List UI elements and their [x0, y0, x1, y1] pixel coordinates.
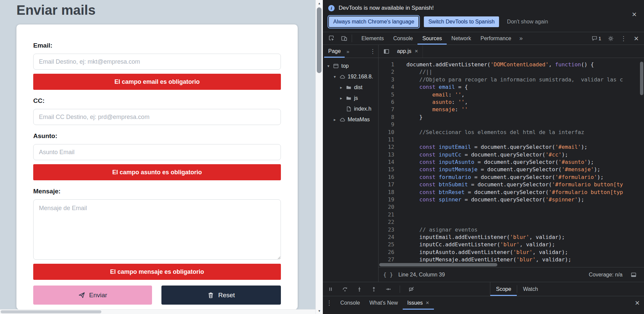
line-number[interactable]: 22: [379, 218, 394, 226]
line-number[interactable]: 16: [379, 174, 394, 181]
editor-vscroll-thumb[interactable]: [640, 62, 643, 95]
tree-item-dist[interactable]: ▸ dist: [323, 82, 378, 93]
line-number[interactable]: 18: [379, 189, 394, 196]
line-number[interactable]: 9: [379, 121, 394, 128]
navigator-tab-page[interactable]: Page: [324, 45, 345, 58]
coverage-panel-icon[interactable]: [627, 272, 640, 278]
line-number[interactable]: 6: [379, 99, 394, 106]
line-number[interactable]: 7: [379, 106, 394, 113]
tab-elements[interactable]: Elements: [357, 32, 389, 45]
line-number[interactable]: 3: [379, 76, 394, 83]
code-line[interactable]: 23 // asignar eventos: [379, 226, 644, 234]
close-issues-tab-icon[interactable]: ×: [426, 300, 429, 306]
code-line[interactable]: 9: [379, 121, 644, 128]
toggle-navigator-icon[interactable]: [380, 45, 393, 58]
vertical-scrollbar-thumb[interactable]: [317, 7, 321, 73]
caret-right-icon[interactable]: ▸: [333, 117, 337, 122]
step-over-icon[interactable]: [342, 286, 348, 292]
line-number[interactable]: 23: [379, 226, 394, 234]
code-line[interactable]: 5 email: '',: [379, 91, 644, 99]
asunto-input[interactable]: [33, 144, 281, 160]
code-line[interactable]: 26 inputAsunto.addEventListener('blur', …: [379, 249, 644, 256]
caret-down-icon[interactable]: ▾: [333, 74, 337, 79]
close-tab-icon[interactable]: ×: [415, 48, 418, 55]
tab-performance[interactable]: Performance: [476, 32, 516, 45]
line-number[interactable]: 27: [379, 256, 394, 262]
tab-sources[interactable]: Sources: [417, 32, 447, 45]
code-line[interactable]: 6 asunto: '',: [379, 99, 644, 106]
more-panels-icon[interactable]: »: [516, 32, 526, 45]
line-number[interactable]: 1: [379, 61, 394, 68]
line-number[interactable]: 13: [379, 151, 394, 159]
caret-right-icon[interactable]: ▸: [339, 96, 343, 101]
line-number[interactable]: 8: [379, 114, 394, 121]
code-line[interactable]: 15 const inputMensaje = document.querySe…: [379, 166, 644, 173]
tab-scope[interactable]: Scope: [490, 282, 517, 296]
pause-script-icon[interactable]: [328, 286, 334, 292]
code-line[interactable]: 19 const spinner = document.querySelecto…: [379, 196, 644, 203]
issues-counter-button[interactable]: 1: [588, 36, 604, 41]
device-toolbar-icon[interactable]: [338, 32, 350, 45]
code-line[interactable]: 3 //Objeto para recoger la informacion s…: [379, 76, 644, 83]
line-number[interactable]: 5: [379, 91, 394, 99]
code-line[interactable]: 2 //||: [379, 68, 644, 76]
editor-hscroll-thumb[interactable]: [379, 263, 497, 266]
code-line[interactable]: 7 mensaje: '': [379, 106, 644, 113]
code-line[interactable]: 8 }: [379, 114, 644, 121]
caret-right-icon[interactable]: ▸: [339, 85, 343, 90]
code-line[interactable]: 20: [379, 203, 644, 211]
editor-tab-appjs[interactable]: app.js ×: [393, 45, 423, 58]
line-number[interactable]: 21: [379, 211, 394, 218]
editor-horizontal-scrollbar[interactable]: [379, 262, 644, 267]
step-into-icon[interactable]: [356, 286, 362, 292]
cc-input[interactable]: [33, 109, 281, 125]
code-line[interactable]: 21: [379, 211, 644, 218]
code-line[interactable]: 27 inputMensaje.addEventListener('blur',…: [379, 256, 644, 262]
dont-show-again-button[interactable]: Don't show again: [504, 16, 551, 27]
scroll-down-icon[interactable]: ▼: [316, 308, 323, 314]
settings-gear-icon[interactable]: [604, 36, 617, 42]
tree-item-metamask[interactable]: ▸ MetaMas: [323, 114, 378, 125]
code-line[interactable]: 18 const btnReset = document.querySelect…: [379, 189, 644, 196]
code-line[interactable]: 17 const btnSubmit = document.querySelec…: [379, 181, 644, 188]
drawer-tab-console[interactable]: Console: [336, 296, 365, 310]
line-number[interactable]: 24: [379, 234, 394, 241]
tree-item-top[interactable]: ▾ top: [323, 61, 378, 71]
step-icon[interactable]: [385, 286, 391, 292]
inspect-element-icon[interactable]: [325, 32, 338, 45]
line-number[interactable]: 26: [379, 249, 394, 256]
code-line[interactable]: 12 const inputEmail = document.querySele…: [379, 143, 644, 151]
navigator-more-tabs-icon[interactable]: »: [345, 45, 351, 58]
email-input[interactable]: [33, 54, 281, 70]
page-horizontal-scrollbar[interactable]: [0, 309, 315, 314]
line-number[interactable]: 19: [379, 196, 394, 203]
match-chrome-language-button[interactable]: Always match Chrome's language: [329, 16, 418, 27]
line-number[interactable]: 25: [379, 241, 394, 248]
tab-watch[interactable]: Watch: [517, 282, 544, 296]
scroll-up-icon[interactable]: ▲: [316, 0, 323, 6]
switch-devtools-spanish-button[interactable]: Switch DevTools to Spanish: [424, 16, 499, 27]
enviar-button[interactable]: Enviar: [33, 286, 152, 305]
page-vertical-scrollbar[interactable]: ▲ ▼: [315, 0, 323, 314]
pretty-print-icon[interactable]: { }: [383, 271, 394, 278]
line-number[interactable]: 10: [379, 129, 394, 136]
drawer-tab-issues[interactable]: Issues ×: [403, 296, 434, 310]
line-number[interactable]: 4: [379, 83, 394, 91]
line-number[interactable]: 12: [379, 143, 394, 151]
infobar-close-icon[interactable]: ×: [630, 10, 639, 19]
code-line[interactable]: 22: [379, 218, 644, 226]
editor-vertical-scrollbar[interactable]: [639, 58, 644, 262]
code-line[interactable]: 16 const formulario = document.querySele…: [379, 174, 644, 181]
line-number[interactable]: 14: [379, 159, 394, 166]
navigator-menu-icon[interactable]: ⋮: [367, 45, 378, 58]
line-number[interactable]: 2: [379, 68, 394, 76]
drawer-menu-icon[interactable]: ⋮: [323, 296, 336, 310]
code-editor[interactable]: 1document.addEventListener('DOMContentLo…: [379, 58, 644, 262]
code-line[interactable]: 25 inputCc.addEventListener('blur', vali…: [379, 241, 644, 248]
code-line[interactable]: 4 const email = {: [379, 83, 644, 91]
line-number[interactable]: 20: [379, 203, 394, 211]
line-number[interactable]: 15: [379, 166, 394, 173]
tree-item-origin[interactable]: ▾ 192.168.8.: [323, 71, 378, 82]
code-line[interactable]: 10 //Seleccionar los elementos del html …: [379, 129, 644, 136]
drawer-tab-whats-new[interactable]: What's New: [365, 296, 403, 310]
